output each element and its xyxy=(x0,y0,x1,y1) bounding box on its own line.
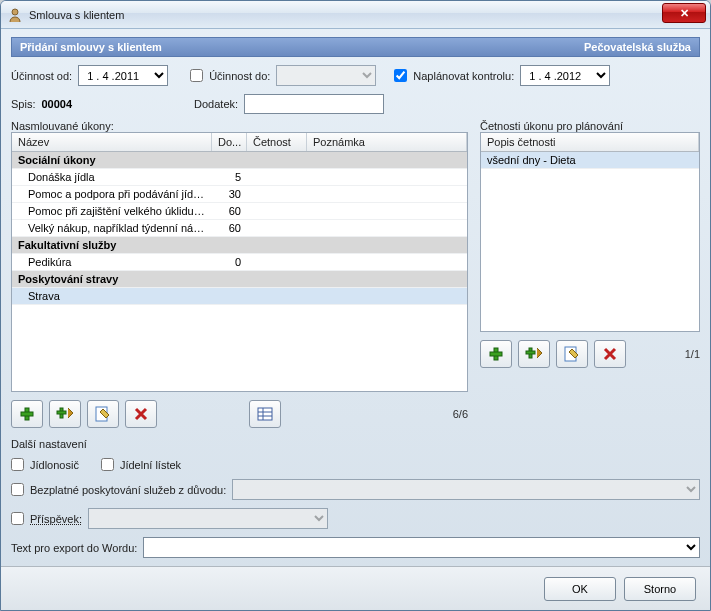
right-add-button[interactable] xyxy=(480,340,512,368)
add-button[interactable] xyxy=(11,400,43,428)
cell-name: Donáška jídla xyxy=(12,170,212,184)
svg-point-0 xyxy=(12,9,18,15)
footer: OK Storno xyxy=(1,566,710,610)
settings-row2: Bezplatné poskytování služeb z důvodu: xyxy=(11,479,700,500)
plan-combo[interactable]: 1 . 4 .2012 xyxy=(520,65,610,86)
cell-name: Pedikúra xyxy=(12,255,212,269)
subheader-right: Pečovatelská služba xyxy=(584,41,691,53)
group-label: Poskytování stravy xyxy=(12,272,467,286)
right-col-header[interactable]: Popis četnosti xyxy=(481,133,699,151)
left-grid: Název Do... Četnost Poznámka Sociální úk… xyxy=(11,132,468,392)
table-view-button[interactable] xyxy=(249,400,281,428)
window-close-button[interactable]: ✕ xyxy=(662,3,706,23)
cell-poznamka xyxy=(307,227,467,229)
right-grid: Popis četnosti všední dny - Dieta xyxy=(480,132,700,332)
app-icon xyxy=(7,7,23,23)
cell-poznamka xyxy=(307,295,467,297)
table-row[interactable]: Sociální úkony xyxy=(12,152,467,169)
col-header-name[interactable]: Název xyxy=(12,133,212,151)
right-grid-body[interactable]: všední dny - Dieta xyxy=(481,152,699,331)
cell-cetnost xyxy=(247,176,307,178)
cancel-button[interactable]: Storno xyxy=(624,577,696,601)
right-delete-button[interactable] xyxy=(594,340,626,368)
table-row[interactable]: Pomoc a podpora při podávání jídla ...30 xyxy=(12,186,467,203)
dodatek-input[interactable] xyxy=(244,94,384,114)
cell-do: 30 xyxy=(212,187,247,201)
col-header-do[interactable]: Do... xyxy=(212,133,247,151)
spis-label: Spis: xyxy=(11,98,35,110)
effective-to-combo[interactable] xyxy=(276,65,376,86)
effective-from-combo[interactable]: 1 . 4 .2011 xyxy=(78,65,168,86)
left-grid-counter: 6/6 xyxy=(453,408,468,420)
prispevek-label: Příspěvek: xyxy=(30,513,82,525)
cell-name: Pomoc a podpora při podávání jídla ... xyxy=(12,187,212,201)
ok-button[interactable]: OK xyxy=(544,577,616,601)
group-label: Fakultativní služby xyxy=(12,238,467,252)
left-grid-body[interactable]: Sociální úkonyDonáška jídla5Pomoc a podp… xyxy=(12,152,467,391)
effective-to-checkbox[interactable] xyxy=(190,69,203,82)
subheader-left: Přidání smlouvy s klientem xyxy=(20,41,162,53)
left-toolbar: 6/6 xyxy=(11,400,468,428)
titlebar: Smlouva s klientem ✕ xyxy=(1,1,710,29)
left-grid-title: Nasmlouvané úkony: xyxy=(11,120,468,132)
add-multi-button[interactable] xyxy=(49,400,81,428)
jidelnilistek-checkbox[interactable] xyxy=(101,458,114,471)
cell-poznamka xyxy=(307,210,467,212)
cell-name: Strava xyxy=(12,289,212,303)
plan-label: Naplánovat kontrolu: xyxy=(413,70,514,82)
table-row[interactable]: Fakultativní služby xyxy=(12,237,467,254)
table-row[interactable]: Velký nákup, například týdenní nákup60 xyxy=(12,220,467,237)
content-area: Přidání smlouvy s klientem Pečovatelská … xyxy=(1,29,710,566)
delete-icon xyxy=(602,346,618,362)
cell-cetnost xyxy=(247,261,307,263)
window: Smlouva s klientem ✕ Přidání smlouvy s k… xyxy=(0,0,711,611)
close-icon: ✕ xyxy=(680,7,689,20)
group-label: Sociální úkony xyxy=(12,153,467,167)
plan-checkbox[interactable] xyxy=(394,69,407,82)
cell-cetnost xyxy=(247,210,307,212)
cell-name: Pomoc při zajištění velkého úklidu d... xyxy=(12,204,212,218)
settings-row4: Text pro export do Wordu: xyxy=(11,537,700,558)
plus-icon xyxy=(488,346,504,362)
settings-row3: Příspěvek: xyxy=(11,508,700,529)
col-header-cetnost[interactable]: Četnost xyxy=(247,133,307,151)
prispevek-checkbox[interactable] xyxy=(11,512,24,525)
edit-button[interactable] xyxy=(87,400,119,428)
jidlonosic-checkbox[interactable] xyxy=(11,458,24,471)
spis-value: 00004 xyxy=(41,98,72,110)
right-toolbar: 1/1 xyxy=(480,340,700,368)
table-row[interactable]: všední dny - Dieta xyxy=(481,152,699,169)
table-row[interactable]: Pedikúra0 xyxy=(12,254,467,271)
table-row[interactable]: Pomoc při zajištění velkého úklidu d...6… xyxy=(12,203,467,220)
edit-icon xyxy=(95,406,111,422)
table-row[interactable]: Strava xyxy=(12,288,467,305)
right-grid-counter: 1/1 xyxy=(685,348,700,360)
table-icon xyxy=(257,406,273,422)
right-grid-title: Četnosti úkonu pro plánování xyxy=(480,120,700,132)
prispevek-combo[interactable] xyxy=(88,508,328,529)
right-column: Četnosti úkonu pro plánování Popis četno… xyxy=(480,120,700,428)
cell-do: 0 xyxy=(212,255,247,269)
col-header-poznamka[interactable]: Poznámka xyxy=(307,133,467,151)
bezplatne-label: Bezplatné poskytování služeb z důvodu: xyxy=(30,484,226,496)
cell-cetnost xyxy=(247,295,307,297)
export-combo[interactable] xyxy=(143,537,700,558)
right-edit-button[interactable] xyxy=(556,340,588,368)
left-column: Nasmlouvané úkony: Název Do... Četnost P… xyxy=(11,120,468,428)
jidelnilistek-label: Jídelní lístek xyxy=(120,459,181,471)
subheader: Přidání smlouvy s klientem Pečovatelská … xyxy=(11,37,700,57)
bezplatne-checkbox[interactable] xyxy=(11,483,24,496)
spis-row: Spis: 00004 Dodatek: xyxy=(11,94,700,114)
settings-title: Další nastavení xyxy=(11,438,700,450)
svg-rect-2 xyxy=(21,412,33,416)
table-row[interactable]: Poskytování stravy xyxy=(12,271,467,288)
right-add-multi-button[interactable] xyxy=(518,340,550,368)
cell-popis: všední dny - Dieta xyxy=(481,153,699,167)
main-columns: Nasmlouvané úkony: Název Do... Četnost P… xyxy=(11,120,700,428)
cell-poznamka xyxy=(307,193,467,195)
jidlonosic-label: Jídlonosič xyxy=(30,459,79,471)
table-row[interactable]: Donáška jídla5 xyxy=(12,169,467,186)
delete-button[interactable] xyxy=(125,400,157,428)
cell-name: Velký nákup, například týdenní nákup xyxy=(12,221,212,235)
bezplatne-combo[interactable] xyxy=(232,479,700,500)
